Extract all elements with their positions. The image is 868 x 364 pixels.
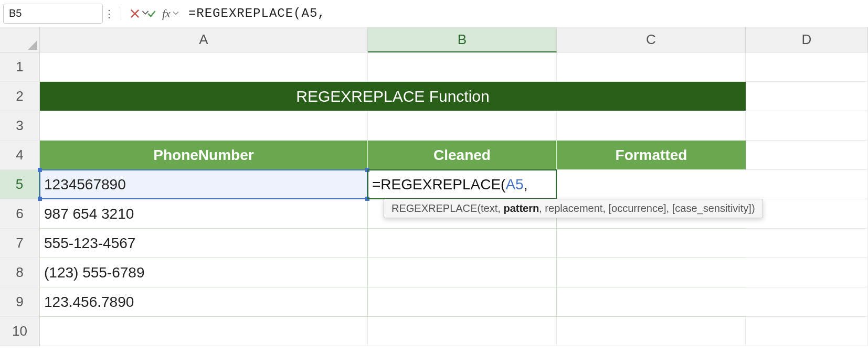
tooltip-arg: text bbox=[481, 202, 497, 214]
formula-text: =REGEXREPLACE( bbox=[372, 176, 505, 192]
cell-D3[interactable] bbox=[746, 111, 868, 141]
row-2: 2 REGEXREPLACE Function bbox=[0, 82, 868, 111]
row-header-9[interactable]: 9 bbox=[0, 287, 40, 317]
column-header-row: A B C D bbox=[0, 27, 868, 52]
cell-D1[interactable] bbox=[746, 52, 868, 82]
cell-B9[interactable] bbox=[368, 287, 557, 317]
cell-A9[interactable]: 123.456.7890 bbox=[40, 287, 368, 317]
row-3: 3 bbox=[0, 111, 868, 141]
cell-A8[interactable]: (123) 555-6789 bbox=[40, 258, 368, 287]
vertical-dots-icon[interactable]: ⋮ bbox=[103, 7, 115, 20]
cell-C5[interactable] bbox=[557, 170, 746, 199]
cell-D7[interactable] bbox=[746, 229, 868, 258]
column-header-B[interactable]: B bbox=[368, 27, 557, 52]
cell-D6[interactable] bbox=[746, 199, 868, 229]
tooltip-arg-current: pattern bbox=[503, 202, 539, 214]
cell-A5[interactable]: 1234567890 bbox=[40, 170, 368, 199]
formula-text: =REGEXREPLACE( bbox=[188, 6, 302, 20]
tooltip-arg: [occurrence] bbox=[609, 202, 666, 214]
column-header-C[interactable]: C bbox=[557, 27, 746, 52]
tooltip-arg: [case_sensitivity] bbox=[672, 202, 751, 214]
cell-A6[interactable]: 987 654 3210 bbox=[40, 199, 368, 229]
tooltip-arg: replacement bbox=[545, 202, 602, 214]
title-banner[interactable]: REGEXREPLACE Function bbox=[40, 82, 746, 111]
formula-text: , bbox=[524, 176, 528, 192]
row-7: 7 555-123-4567 bbox=[0, 229, 868, 258]
cell-A3[interactable] bbox=[40, 111, 368, 141]
cell-C7[interactable] bbox=[557, 229, 746, 258]
spreadsheet-grid: A B C D 1 2 REGEXREPLACE Function 3 4 Ph… bbox=[0, 27, 868, 364]
row-header-7[interactable]: 7 bbox=[0, 229, 40, 258]
row-header-4[interactable]: 4 bbox=[0, 141, 40, 170]
name-box[interactable] bbox=[3, 4, 103, 24]
fx-icon[interactable]: fx bbox=[160, 7, 173, 20]
cell-C1[interactable] bbox=[557, 52, 746, 82]
cell-C8[interactable] bbox=[557, 258, 746, 287]
tooltip-fn: REGEXREPLACE bbox=[391, 202, 477, 214]
cell-D2[interactable] bbox=[746, 82, 868, 111]
tooltip-text: , bbox=[666, 202, 672, 214]
selection-handle-icon[interactable] bbox=[365, 168, 369, 172]
row-header-2[interactable]: 2 bbox=[0, 82, 40, 111]
cell-D8[interactable] bbox=[746, 258, 868, 287]
row-1: 1 bbox=[0, 52, 868, 82]
tooltip-text: , bbox=[539, 202, 545, 214]
column-header-A[interactable]: A bbox=[40, 27, 368, 52]
cell-C9[interactable] bbox=[557, 287, 746, 317]
cell-C10[interactable] bbox=[557, 317, 746, 346]
name-box-input[interactable] bbox=[9, 7, 142, 19]
row-header-5[interactable]: 5 bbox=[0, 170, 40, 199]
cell-B1[interactable] bbox=[368, 52, 557, 82]
cell-D4[interactable] bbox=[746, 141, 868, 170]
cell-B8[interactable] bbox=[368, 258, 557, 287]
row-10: 10 bbox=[0, 317, 868, 346]
separator bbox=[121, 7, 121, 20]
formula-input[interactable]: =REGEXREPLACE(A5, bbox=[184, 6, 865, 20]
row-4: 4 PhoneNumber Cleaned Formatted bbox=[0, 141, 868, 170]
cell-value: 1234567890 bbox=[44, 176, 126, 193]
tooltip-text: , bbox=[497, 202, 503, 214]
row-9: 9 123.456.7890 bbox=[0, 287, 868, 317]
formula-bar: ⋮ fx =REGEXREPLACE(A5, bbox=[0, 0, 868, 27]
enter-button[interactable] bbox=[143, 5, 160, 22]
formula-ref: A5 bbox=[302, 6, 318, 20]
row-header-10[interactable]: 10 bbox=[0, 317, 40, 346]
cell-A1[interactable] bbox=[40, 52, 368, 82]
row-header-3[interactable]: 3 bbox=[0, 111, 40, 141]
formula-text: , bbox=[317, 6, 325, 20]
cell-D9[interactable] bbox=[746, 287, 868, 317]
cell-A7[interactable]: 555-123-4567 bbox=[40, 229, 368, 258]
cancel-button[interactable] bbox=[126, 5, 143, 22]
function-tooltip[interactable]: REGEXREPLACE(text, pattern, replacement,… bbox=[384, 199, 763, 218]
tooltip-text: ) bbox=[751, 202, 755, 214]
row-5: 5 1234567890 =REGEXREPLACE(A5, REGEXREPL… bbox=[0, 170, 868, 199]
cell-B7[interactable] bbox=[368, 229, 557, 258]
row-8: 8 (123) 555-6789 bbox=[0, 258, 868, 287]
cell-A10[interactable] bbox=[40, 317, 368, 346]
column-header-D[interactable]: D bbox=[746, 27, 868, 52]
cell-B3[interactable] bbox=[368, 111, 557, 141]
header-phonenumber[interactable]: PhoneNumber bbox=[40, 141, 368, 170]
cell-B10[interactable] bbox=[368, 317, 557, 346]
cell-D5[interactable] bbox=[746, 170, 868, 199]
selection-handle-icon[interactable] bbox=[38, 197, 42, 201]
formula-ref: A5 bbox=[505, 176, 523, 192]
cell-C3[interactable] bbox=[557, 111, 746, 141]
cell-B5[interactable]: =REGEXREPLACE(A5, REGEXREPLACE(text, pat… bbox=[368, 170, 557, 199]
select-all-button[interactable] bbox=[0, 27, 40, 52]
header-formatted[interactable]: Formatted bbox=[557, 141, 746, 170]
editing-formula: =REGEXREPLACE(A5, bbox=[372, 176, 531, 193]
selection-handle-icon[interactable] bbox=[38, 168, 42, 172]
row-header-6[interactable]: 6 bbox=[0, 199, 40, 229]
row-header-8[interactable]: 8 bbox=[0, 258, 40, 287]
cell-D10[interactable] bbox=[746, 317, 868, 346]
header-cleaned[interactable]: Cleaned bbox=[368, 141, 557, 170]
row-header-1[interactable]: 1 bbox=[0, 52, 40, 82]
tooltip-text: , bbox=[602, 202, 608, 214]
chevron-down-icon[interactable] bbox=[173, 9, 184, 18]
